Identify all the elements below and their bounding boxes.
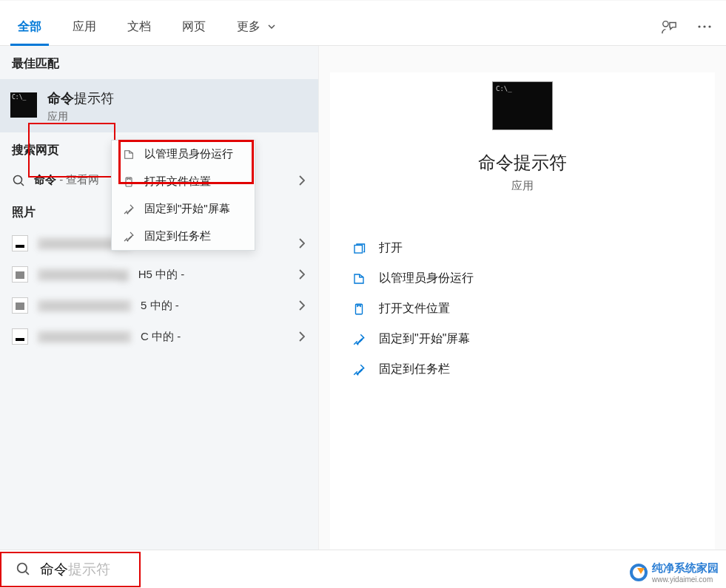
ctx-label: 固定到任务栏 — [144, 229, 211, 243]
detail-panel: 命令提示符 应用 打开 以管理员身份运行 — [318, 46, 726, 550]
watermark-logo-icon — [630, 564, 648, 581]
ctx-label: 打开文件位置 — [144, 175, 211, 189]
ctx-pin-taskbar[interactable]: 固定到任务栏 — [112, 223, 255, 250]
folder-icon — [122, 175, 135, 189]
photo-name-blurred: XXXXXXXXXXXX — [37, 331, 132, 343]
search-icon — [12, 174, 25, 187]
feedback-icon[interactable] — [661, 18, 677, 35]
action-label: 固定到"开始"屏幕 — [379, 331, 470, 347]
photo-row[interactable]: XXXXXXXXXXXX C 中的 - — [0, 321, 318, 352]
watermark: 纯净系统家园 www.yidaimei.com — [630, 561, 719, 584]
photo-thumb-icon — [12, 266, 28, 283]
photo-thumb-icon — [12, 235, 28, 251]
photo-suffix: 5 中的 - — [141, 299, 179, 313]
results-panel: 最佳匹配 命令提示符 应用 搜索网页 命令 - 查看网 照片 XXXXXXXXX… — [0, 46, 318, 550]
pin-icon — [352, 333, 366, 346]
svg-point-8 — [18, 563, 27, 572]
chevron-right-icon — [299, 331, 305, 342]
open-icon — [352, 242, 366, 255]
svg-point-3 — [708, 25, 710, 27]
ctx-open-location[interactable]: 打开文件位置 — [112, 168, 255, 195]
chevron-down-icon — [263, 18, 280, 35]
ctx-label: 固定到"开始"屏幕 — [144, 202, 230, 216]
photo-row[interactable]: XXXXXXXXXXXX 5 中的 - — [0, 290, 318, 321]
svg-point-4 — [14, 175, 22, 183]
svg-point-0 — [663, 21, 668, 27]
photo-name-blurred: XXXXXXXXXXXX — [37, 300, 132, 312]
ctx-label: 以管理员身份运行 — [144, 147, 233, 161]
chevron-right-icon — [299, 238, 305, 249]
svg-point-1 — [698, 25, 700, 27]
action-open-location[interactable]: 打开文件位置 — [330, 294, 715, 324]
watermark-title: 纯净系统家园 — [652, 561, 719, 574]
photo-suffix: H5 中的 - — [138, 268, 185, 282]
search-input[interactable]: 命令提示符 — [0, 552, 141, 587]
photo-suffix: C 中的 - — [141, 330, 181, 344]
cmd-icon — [10, 92, 37, 118]
tab-all[interactable]: 全部 — [13, 19, 46, 45]
photo-name-blurred: XXXXXXXXXXng — [37, 268, 130, 281]
action-label: 以管理员身份运行 — [379, 271, 474, 286]
pin-icon — [122, 230, 135, 243]
tab-more-label: 更多 — [237, 19, 261, 35]
folder-icon — [352, 303, 366, 316]
tab-web[interactable]: 网页 — [178, 19, 210, 45]
chevron-right-icon — [299, 175, 305, 186]
tab-bar: 全部 应用 文档 网页 更多 — [0, 0, 726, 46]
watermark-url: www.yidaimei.com — [652, 575, 719, 584]
search-bar: 命令提示符 纯净系统家园 www.yidaimei.com — [0, 550, 726, 588]
best-match-title: 命令提示符 — [47, 89, 114, 107]
action-pin-start[interactable]: 固定到"开始"屏幕 — [330, 324, 715, 354]
svg-point-2 — [703, 25, 705, 27]
shield-icon — [352, 272, 366, 285]
photo-thumb-icon — [12, 297, 28, 314]
ctx-run-as-admin[interactable]: 以管理员身份运行 — [112, 141, 255, 168]
shield-icon — [122, 148, 135, 161]
detail-subtitle: 应用 — [511, 179, 534, 193]
pin-icon — [352, 363, 366, 376]
search-text: 命令提示符 — [40, 560, 110, 579]
section-best-match: 最佳匹配 — [0, 46, 318, 79]
tab-docs[interactable]: 文档 — [123, 19, 155, 45]
tab-more[interactable]: 更多 — [232, 18, 284, 45]
detail-title: 命令提示符 — [478, 151, 567, 175]
best-match-item[interactable]: 命令提示符 应用 — [0, 79, 318, 132]
tab-apps[interactable]: 应用 — [68, 19, 101, 45]
action-label: 打开文件位置 — [379, 301, 450, 317]
svg-rect-6 — [354, 245, 363, 253]
chevron-right-icon — [299, 300, 305, 311]
cmd-icon-large — [492, 81, 553, 130]
more-icon[interactable] — [696, 18, 713, 35]
action-open[interactable]: 打开 — [330, 233, 715, 263]
action-run-admin[interactable]: 以管理员身份运行 — [330, 263, 715, 294]
action-pin-taskbar[interactable]: 固定到任务栏 — [330, 354, 715, 385]
action-label: 打开 — [379, 240, 403, 256]
context-menu: 以管理员身份运行 打开文件位置 固定到"开始"屏幕 固定到任务栏 — [111, 140, 255, 251]
action-label: 固定到任务栏 — [379, 362, 450, 377]
best-match-subtitle: 应用 — [47, 110, 114, 124]
photo-row[interactable]: XXXXXXXXXXng H5 中的 - — [0, 259, 318, 290]
search-icon — [16, 562, 31, 577]
ctx-pin-start[interactable]: 固定到"开始"屏幕 — [112, 195, 255, 223]
chevron-right-icon — [299, 269, 305, 280]
photo-thumb-icon — [12, 328, 28, 345]
pin-icon — [122, 203, 135, 216]
web-search-term: 命令 - 查看网 — [34, 173, 99, 187]
